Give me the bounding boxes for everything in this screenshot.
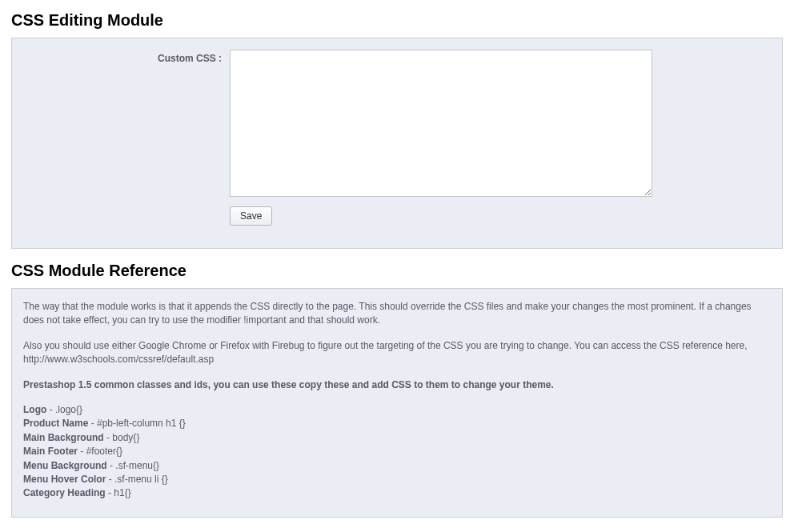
custom-css-row: Custom CSS : (23, 50, 771, 197)
custom-css-label: Custom CSS : (23, 50, 230, 64)
editing-title: CSS Editing Module (11, 11, 783, 30)
custom-css-textarea[interactable] (230, 50, 652, 197)
reference-item: Main Background - body{} (23, 431, 771, 445)
reference-item-name: Main Footer (23, 446, 78, 457)
reference-title: CSS Module Reference (11, 262, 783, 280)
reference-item-name: Logo (23, 404, 46, 415)
reference-item-selector: - #pb-left-column h1 {} (88, 418, 185, 429)
reference-item-name: Menu Background (23, 460, 107, 471)
reference-item-selector: - .sf-menu{} (107, 460, 159, 471)
reference-item-name: Menu Hover Color (23, 474, 106, 485)
reference-subheading: Prestashop 1.5 common classes and ids, y… (23, 378, 771, 392)
reference-para-1: The way that the module works is that it… (23, 300, 771, 328)
reference-item-selector: - .sf-menu li {} (106, 474, 167, 485)
editing-panel: Custom CSS : Save (11, 38, 783, 249)
reference-item-name: Category Heading (23, 487, 106, 498)
reference-item: Product Name - #pb-left-column h1 {} (23, 417, 771, 430)
reference-item: Menu Hover Color - .sf-menu li {} (23, 473, 771, 486)
reference-item: Menu Background - .sf-menu{} (23, 459, 771, 473)
reference-list: Logo - .logo{} Product Name - #pb-left-c… (23, 403, 771, 501)
reference-panel: The way that the module works is that it… (11, 288, 783, 518)
reference-item: Main Footer - #footer{} (23, 445, 771, 458)
reference-item: Logo - .logo{} (23, 403, 771, 417)
reference-item-selector: - h1{} (106, 487, 131, 498)
custom-css-control (230, 50, 652, 197)
reference-item-selector: - #footer{} (78, 446, 122, 457)
reference-item-selector: - body{} (104, 432, 140, 443)
save-button[interactable]: Save (230, 206, 272, 226)
reference-item-name: Main Background (23, 432, 104, 443)
reference-para-2: Also you should use either Google Chrome… (23, 339, 771, 367)
reference-item-selector: - .logo{} (46, 404, 82, 415)
save-button-row: Save (230, 206, 771, 226)
reference-item: Category Heading - h1{} (23, 486, 771, 500)
reference-item-name: Product Name (23, 418, 88, 429)
